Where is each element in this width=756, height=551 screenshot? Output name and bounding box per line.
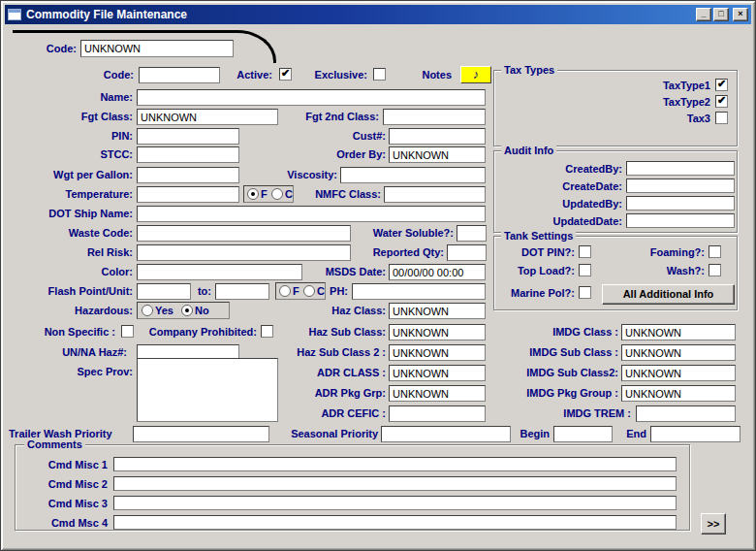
- tank-settings-title: Tank Settings: [501, 230, 576, 243]
- viscosity-input[interactable]: [340, 167, 486, 183]
- adr-class-input[interactable]: [389, 365, 486, 381]
- cmd-misc-1-input[interactable]: [113, 457, 677, 471]
- temperature-f-radio[interactable]: [247, 188, 259, 200]
- hazardous-no-radio[interactable]: [181, 305, 193, 316]
- flash-point-c-radio[interactable]: [303, 285, 315, 297]
- haz-sub-class-input[interactable]: [389, 324, 486, 340]
- close-button[interactable]: ×: [733, 8, 748, 21]
- createdate-input[interactable]: [626, 178, 735, 193]
- marine-pol-checkbox[interactable]: [579, 286, 591, 299]
- updatedby-input[interactable]: [626, 196, 735, 211]
- notes-button[interactable]: ♪: [460, 66, 491, 83]
- msds-date-input[interactable]: [389, 264, 486, 280]
- cmd-misc-2-input[interactable]: [113, 476, 677, 491]
- createdby-input[interactable]: [626, 161, 735, 176]
- maximize-button[interactable]: □: [713, 8, 729, 21]
- end-label: End: [619, 428, 646, 440]
- rel-risk-input[interactable]: [137, 244, 351, 261]
- dot-ship-name-input[interactable]: [137, 206, 486, 222]
- imdg-sub-class-input[interactable]: [621, 344, 736, 361]
- pin-input[interactable]: [137, 128, 239, 145]
- temperature-f-label: F: [261, 188, 269, 201]
- color-input[interactable]: [137, 264, 302, 280]
- exclusive-checkbox[interactable]: [373, 68, 386, 81]
- code-input[interactable]: [139, 67, 220, 83]
- reported-qty-input[interactable]: [447, 244, 487, 261]
- createdby-label: CreatedBy:: [542, 163, 622, 176]
- haz-sub-class-2-input[interactable]: [389, 344, 486, 361]
- cmd-misc-3-input[interactable]: [113, 496, 677, 510]
- flash-point-to-input[interactable]: [215, 283, 269, 300]
- tax3-checkbox[interactable]: [715, 112, 728, 124]
- hazardous-yes-radio[interactable]: [142, 305, 153, 316]
- wgt-per-gallon-label: Wgt per Gallon:: [34, 169, 133, 181]
- imdg-sub-class2-label: IMDG Sub Class2:: [507, 367, 618, 379]
- color-label: Color:: [82, 266, 133, 278]
- updatedby-label: UpdatedBy:: [542, 198, 622, 211]
- cust-label: Cust#:: [340, 130, 386, 143]
- wgt-per-gallon-input[interactable]: [137, 167, 239, 183]
- waste-code-label: Waste Code:: [53, 227, 133, 240]
- dot-pin-checkbox[interactable]: [579, 245, 591, 258]
- cust-input[interactable]: [389, 128, 486, 145]
- imdg-pkg-group-input[interactable]: [621, 385, 736, 402]
- flash-point-label: Flash Point/Unit:: [28, 285, 133, 298]
- cmd-msc-4-input[interactable]: [113, 515, 677, 530]
- haz-class-input[interactable]: [389, 303, 486, 319]
- rel-risk-label: Rel Risk:: [63, 246, 133, 259]
- name-input[interactable]: [137, 89, 486, 106]
- adr-cefic-input[interactable]: [389, 405, 486, 422]
- non-specific-checkbox[interactable]: [121, 325, 134, 338]
- taxtype1-checkbox[interactable]: [715, 79, 728, 91]
- active-checkbox[interactable]: [279, 68, 292, 81]
- active-label: Active:: [222, 69, 272, 81]
- imdg-trem-input[interactable]: [636, 405, 736, 422]
- adr-class-label: ADR CLASS :: [299, 367, 386, 379]
- wash-checkbox[interactable]: [709, 264, 721, 276]
- marine-pol-label: Marine Pol?:: [497, 287, 575, 300]
- company-prohibited-checkbox[interactable]: [261, 325, 273, 338]
- updateddate-input[interactable]: [626, 213, 735, 228]
- end-input[interactable]: [650, 426, 740, 442]
- waste-code-input[interactable]: [137, 225, 351, 242]
- top-load-checkbox[interactable]: [579, 264, 591, 276]
- exclusive-label: Exclusive:: [301, 69, 367, 81]
- spec-prov-textarea[interactable]: [137, 358, 278, 422]
- trailer-wash-priority-input[interactable]: [133, 426, 269, 442]
- imdg-sub-class2-input[interactable]: [621, 365, 736, 381]
- begin-input[interactable]: [553, 426, 613, 442]
- fgt-class-input[interactable]: [137, 109, 278, 125]
- order-by-input[interactable]: [389, 146, 486, 163]
- stcc-label: STCC:: [82, 148, 133, 161]
- flash-point-input[interactable]: [137, 283, 191, 300]
- flash-point-f-radio[interactable]: [279, 285, 291, 297]
- header-code-input[interactable]: [80, 40, 234, 57]
- all-additional-info-button[interactable]: All Additional Info: [602, 284, 735, 305]
- minimize-button[interactable]: _: [696, 8, 711, 21]
- stcc-input[interactable]: [137, 146, 239, 163]
- taxtype2-label: TaxType2: [641, 96, 710, 109]
- adr-pkg-grp-input[interactable]: [389, 385, 486, 402]
- taxtype1-label: TaxType1: [641, 80, 710, 92]
- foaming-label: Foaming?:: [637, 246, 705, 259]
- cmd-misc-3-label: Cmd Misc 3: [26, 498, 108, 510]
- comments-title: Comments: [24, 438, 85, 451]
- msds-date-label: MSDS Date:: [311, 266, 386, 278]
- flash-point-to-label: to:: [194, 285, 211, 298]
- foaming-checkbox[interactable]: [709, 245, 721, 258]
- more-button[interactable]: >>: [701, 513, 726, 535]
- temperature-c-radio[interactable]: [271, 188, 283, 200]
- non-specific-label: Non Specific :: [30, 326, 115, 339]
- imdg-class-input[interactable]: [621, 324, 736, 340]
- seasonal-priority-input[interactable]: [381, 426, 511, 442]
- nmfc-class-input[interactable]: [384, 186, 486, 203]
- ph-input[interactable]: [352, 283, 486, 300]
- temperature-input[interactable]: [137, 186, 239, 203]
- createdate-label: CreateDate:: [542, 180, 622, 193]
- water-soluble-input[interactable]: [457, 225, 487, 242]
- imdg-trem-label: IMDG TREM :: [540, 407, 631, 420]
- fgt-2nd-class-input[interactable]: [383, 109, 486, 125]
- hazardous-yes-label: Yes: [155, 305, 178, 317]
- titlebar: Commodity File Maintenance _ □ ×: [5, 5, 751, 24]
- taxtype2-checkbox[interactable]: [715, 95, 728, 108]
